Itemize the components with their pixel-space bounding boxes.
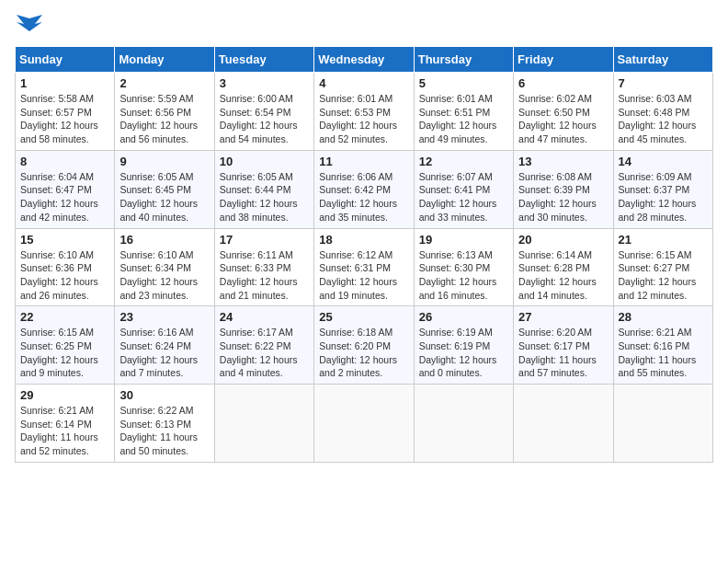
logo xyxy=(15,15,42,35)
day-number: 1 xyxy=(20,76,109,90)
calendar-cell: 13 Sunrise: 6:08 AM Sunset: 6:39 PM Dayl… xyxy=(514,150,613,228)
calendar-cell: 11 Sunrise: 6:06 AM Sunset: 6:42 PM Dayl… xyxy=(314,150,414,228)
calendar-cell xyxy=(613,385,712,463)
svg-marker-0 xyxy=(17,15,42,31)
day-number: 17 xyxy=(220,233,309,247)
day-info: Sunrise: 6:01 AM Sunset: 6:53 PM Dayligh… xyxy=(319,92,408,146)
day-info: Sunrise: 6:05 AM Sunset: 6:45 PM Dayligh… xyxy=(119,170,209,224)
calendar-table: SundayMondayTuesdayWednesdayThursdayFrid… xyxy=(15,46,713,463)
day-number: 23 xyxy=(119,310,209,324)
calendar-cell: 17 Sunrise: 6:11 AM Sunset: 6:33 PM Dayl… xyxy=(214,228,313,306)
day-number: 4 xyxy=(319,76,408,90)
day-number: 15 xyxy=(20,233,109,247)
calendar-cell: 7 Sunrise: 6:03 AM Sunset: 6:48 PM Dayli… xyxy=(613,73,712,151)
day-number: 10 xyxy=(220,155,309,168)
day-info: Sunrise: 6:17 AM Sunset: 6:22 PM Dayligh… xyxy=(220,326,309,380)
day-number: 24 xyxy=(220,310,309,324)
day-info: Sunrise: 6:20 AM Sunset: 6:17 PM Dayligh… xyxy=(518,326,608,380)
calendar-week-row: 22 Sunrise: 6:15 AM Sunset: 6:25 PM Dayl… xyxy=(16,306,713,385)
calendar-header-row: SundayMondayTuesdayWednesdayThursdayFrid… xyxy=(16,47,713,73)
calendar-cell: 15 Sunrise: 6:10 AM Sunset: 6:36 PM Dayl… xyxy=(16,228,115,306)
calendar-cell: 10 Sunrise: 6:05 AM Sunset: 6:44 PM Dayl… xyxy=(214,150,313,228)
day-number: 26 xyxy=(419,310,508,324)
calendar-cell: 8 Sunrise: 6:04 AM Sunset: 6:47 PM Dayli… xyxy=(16,150,115,228)
day-number: 28 xyxy=(619,310,708,324)
calendar-cell: 20 Sunrise: 6:14 AM Sunset: 6:28 PM Dayl… xyxy=(514,228,613,306)
day-number: 21 xyxy=(619,233,708,247)
day-info: Sunrise: 5:58 AM Sunset: 6:57 PM Dayligh… xyxy=(20,92,109,146)
day-header-friday: Friday xyxy=(514,47,613,73)
day-info: Sunrise: 6:15 AM Sunset: 6:25 PM Dayligh… xyxy=(20,326,109,380)
day-info: Sunrise: 6:13 AM Sunset: 6:30 PM Dayligh… xyxy=(419,248,508,303)
day-info: Sunrise: 6:05 AM Sunset: 6:44 PM Dayligh… xyxy=(220,170,309,224)
calendar-cell: 23 Sunrise: 6:16 AM Sunset: 6:24 PM Dayl… xyxy=(115,306,214,385)
day-info: Sunrise: 6:22 AM Sunset: 6:13 PM Dayligh… xyxy=(119,404,209,458)
calendar-cell: 14 Sunrise: 6:09 AM Sunset: 6:37 PM Dayl… xyxy=(613,150,712,228)
calendar-cell: 16 Sunrise: 6:10 AM Sunset: 6:34 PM Dayl… xyxy=(115,228,214,306)
day-number: 5 xyxy=(419,76,508,90)
day-header-wednesday: Wednesday xyxy=(314,47,414,73)
day-number: 25 xyxy=(319,310,408,324)
day-header-thursday: Thursday xyxy=(414,47,513,73)
calendar-cell: 29 Sunrise: 6:21 AM Sunset: 6:14 PM Dayl… xyxy=(16,385,115,463)
day-info: Sunrise: 6:07 AM Sunset: 6:41 PM Dayligh… xyxy=(419,170,508,224)
day-info: Sunrise: 6:00 AM Sunset: 6:54 PM Dayligh… xyxy=(220,92,309,146)
day-info: Sunrise: 6:14 AM Sunset: 6:28 PM Dayligh… xyxy=(518,248,608,303)
calendar-cell: 4 Sunrise: 6:01 AM Sunset: 6:53 PM Dayli… xyxy=(314,73,414,151)
day-header-monday: Monday xyxy=(115,47,214,73)
day-info: Sunrise: 6:09 AM Sunset: 6:37 PM Dayligh… xyxy=(619,170,708,224)
calendar-cell: 25 Sunrise: 6:18 AM Sunset: 6:20 PM Dayl… xyxy=(314,306,414,385)
day-info: Sunrise: 6:18 AM Sunset: 6:20 PM Dayligh… xyxy=(319,326,408,380)
calendar-cell: 26 Sunrise: 6:19 AM Sunset: 6:19 PM Dayl… xyxy=(414,306,513,385)
calendar-cell: 1 Sunrise: 5:58 AM Sunset: 6:57 PM Dayli… xyxy=(16,73,115,151)
calendar-cell xyxy=(314,385,414,463)
calendar-cell: 3 Sunrise: 6:00 AM Sunset: 6:54 PM Dayli… xyxy=(214,73,313,151)
day-number: 13 xyxy=(518,155,608,168)
day-number: 18 xyxy=(319,233,408,247)
day-info: Sunrise: 6:12 AM Sunset: 6:31 PM Dayligh… xyxy=(319,248,408,303)
day-header-sunday: Sunday xyxy=(16,47,115,73)
calendar-week-row: 1 Sunrise: 5:58 AM Sunset: 6:57 PM Dayli… xyxy=(16,73,713,151)
day-info: Sunrise: 6:11 AM Sunset: 6:33 PM Dayligh… xyxy=(220,248,309,303)
day-info: Sunrise: 6:02 AM Sunset: 6:50 PM Dayligh… xyxy=(518,92,608,146)
day-info: Sunrise: 6:04 AM Sunset: 6:47 PM Dayligh… xyxy=(20,170,109,224)
day-info: Sunrise: 6:06 AM Sunset: 6:42 PM Dayligh… xyxy=(319,170,408,224)
calendar-week-row: 15 Sunrise: 6:10 AM Sunset: 6:36 PM Dayl… xyxy=(16,228,713,306)
day-number: 22 xyxy=(20,310,109,324)
page-header xyxy=(15,15,713,35)
day-info: Sunrise: 6:08 AM Sunset: 6:39 PM Dayligh… xyxy=(518,170,608,224)
day-info: Sunrise: 6:10 AM Sunset: 6:36 PM Dayligh… xyxy=(20,248,109,303)
day-info: Sunrise: 6:16 AM Sunset: 6:24 PM Dayligh… xyxy=(119,326,209,380)
day-info: Sunrise: 6:03 AM Sunset: 6:48 PM Dayligh… xyxy=(619,92,708,146)
day-number: 19 xyxy=(419,233,508,247)
calendar-week-row: 29 Sunrise: 6:21 AM Sunset: 6:14 PM Dayl… xyxy=(16,385,713,463)
day-info: Sunrise: 6:10 AM Sunset: 6:34 PM Dayligh… xyxy=(119,248,209,303)
day-number: 20 xyxy=(518,233,608,247)
day-number: 11 xyxy=(319,155,408,168)
day-number: 6 xyxy=(518,76,608,90)
day-number: 27 xyxy=(518,310,608,324)
calendar-cell: 5 Sunrise: 6:01 AM Sunset: 6:51 PM Dayli… xyxy=(414,73,513,151)
calendar-cell: 18 Sunrise: 6:12 AM Sunset: 6:31 PM Dayl… xyxy=(314,228,414,306)
day-info: Sunrise: 6:19 AM Sunset: 6:19 PM Dayligh… xyxy=(419,326,508,380)
calendar-cell: 2 Sunrise: 5:59 AM Sunset: 6:56 PM Dayli… xyxy=(115,73,214,151)
calendar-cell: 22 Sunrise: 6:15 AM Sunset: 6:25 PM Dayl… xyxy=(16,306,115,385)
day-header-tuesday: Tuesday xyxy=(214,47,313,73)
calendar-cell: 27 Sunrise: 6:20 AM Sunset: 6:17 PM Dayl… xyxy=(514,306,613,385)
calendar-cell: 9 Sunrise: 6:05 AM Sunset: 6:45 PM Dayli… xyxy=(115,150,214,228)
day-number: 3 xyxy=(220,76,309,90)
day-info: Sunrise: 6:21 AM Sunset: 6:16 PM Dayligh… xyxy=(619,326,708,380)
day-number: 8 xyxy=(20,155,109,168)
day-header-saturday: Saturday xyxy=(613,47,712,73)
day-number: 29 xyxy=(20,388,109,402)
calendar-cell: 6 Sunrise: 6:02 AM Sunset: 6:50 PM Dayli… xyxy=(514,73,613,151)
calendar-cell xyxy=(514,385,613,463)
logo-bird-icon xyxy=(17,15,42,35)
calendar-cell: 30 Sunrise: 6:22 AM Sunset: 6:13 PM Dayl… xyxy=(115,385,214,463)
day-info: Sunrise: 5:59 AM Sunset: 6:56 PM Dayligh… xyxy=(119,92,209,146)
day-number: 2 xyxy=(119,76,209,90)
calendar-cell: 12 Sunrise: 6:07 AM Sunset: 6:41 PM Dayl… xyxy=(414,150,513,228)
calendar-cell xyxy=(214,385,313,463)
calendar-cell xyxy=(414,385,513,463)
day-number: 9 xyxy=(119,155,209,168)
